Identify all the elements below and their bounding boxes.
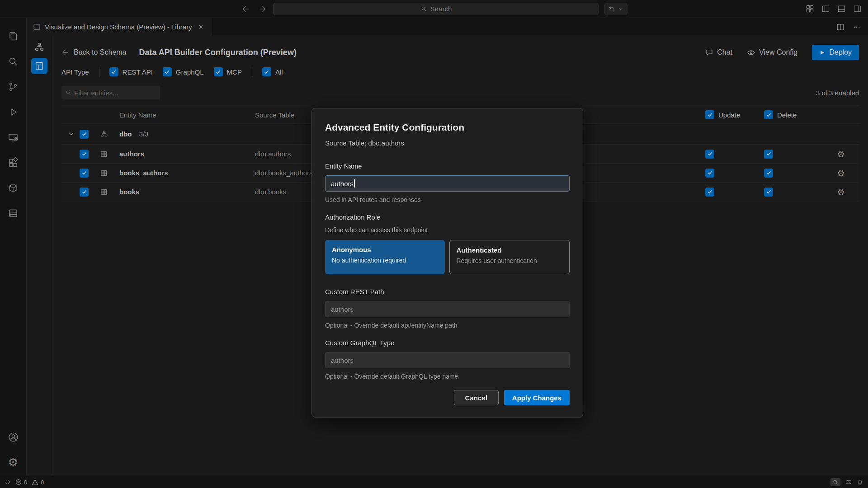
auth-option-title: Authenticated <box>457 246 563 254</box>
auth-option-subtitle: Requires user authentication <box>457 257 563 264</box>
advanced-entity-configuration-dialog: Advanced Entity Configuration Source Tab… <box>311 108 583 418</box>
entity-name-label: Entity Name <box>325 162 570 170</box>
auth-option-authenticated[interactable]: Authenticated Requires user authenticati… <box>449 240 570 274</box>
custom-graphql-type-input[interactable] <box>325 352 570 368</box>
authorization-role-label: Authorization Role <box>325 213 570 221</box>
auth-option-title: Anonymous <box>332 246 438 253</box>
custom-rest-path-input[interactable] <box>325 301 570 317</box>
authorization-role-helper: Define who can access this endpoint <box>325 226 570 234</box>
text-caret <box>354 179 355 188</box>
auth-option-subtitle: No authentication required <box>332 257 438 264</box>
cancel-button[interactable]: Cancel <box>454 390 499 405</box>
entity-name-input[interactable]: authors <box>325 175 570 192</box>
entity-name-helper: Used in API routes and responses <box>325 196 570 203</box>
entity-name-value: authors <box>331 180 354 188</box>
custom-graphql-type-label: Custom GraphQL Type <box>325 339 570 347</box>
custom-graphql-type-helper: Optional - Override default GraphQL type… <box>325 373 570 380</box>
apply-changes-button[interactable]: Apply Changes <box>504 390 570 405</box>
custom-rest-path-label: Custom REST Path <box>325 288 570 296</box>
modal-source-table: Source Table: dbo.authors <box>325 139 570 147</box>
modal-title: Advanced Entity Configuration <box>325 122 570 133</box>
auth-option-anonymous[interactable]: Anonymous No authentication required <box>325 240 445 274</box>
custom-rest-path-helper: Optional - Override default api/entityNa… <box>325 322 570 329</box>
